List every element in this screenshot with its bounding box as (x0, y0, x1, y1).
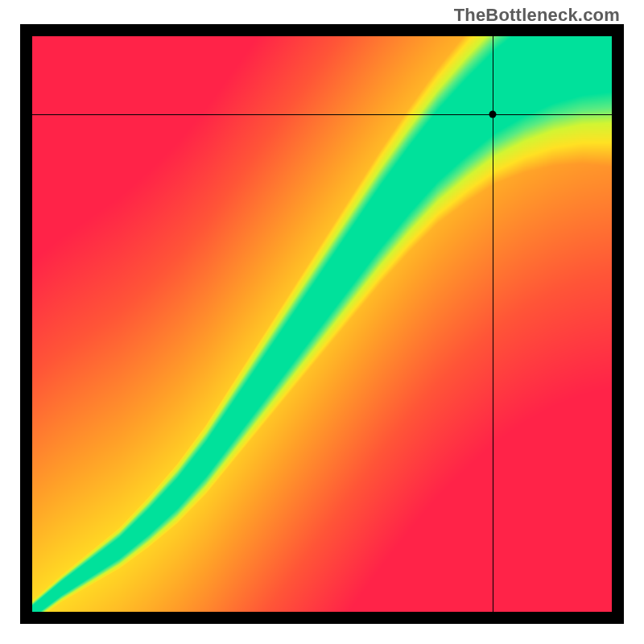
watermark-text: TheBottleneck.com (454, 5, 620, 26)
heatmap-canvas (32, 36, 612, 612)
crosshair-dot (489, 110, 497, 118)
crosshair-vertical (493, 36, 493, 612)
plot-frame (20, 24, 624, 624)
crosshair-horizontal (32, 114, 612, 115)
